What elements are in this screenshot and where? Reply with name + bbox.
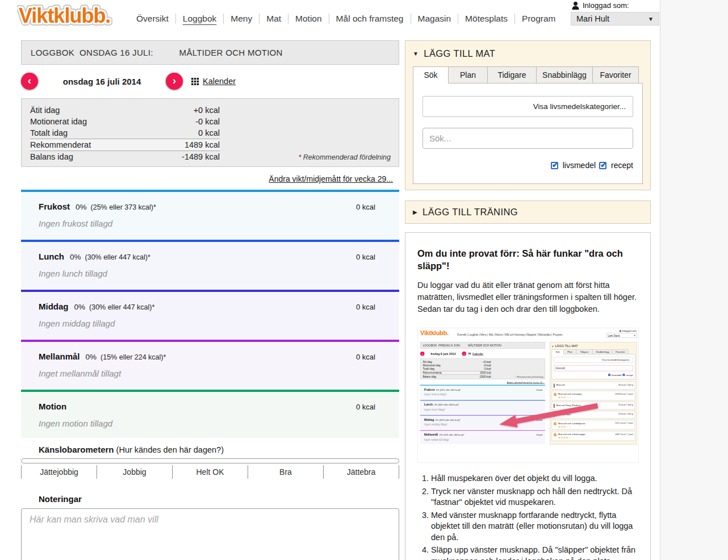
add-food-header[interactable]: ▼ LÄGG TILL MAT: [413, 48, 643, 59]
stat-value: -1489 kcal: [182, 151, 220, 162]
stat-label: Ätit idag: [30, 105, 60, 116]
meal-card-middag[interactable]: Middag 0% (30% eller 447 kcal)* 0 kcal I…: [21, 290, 399, 338]
show-categories-button[interactable]: Visa livsmedelskategorier...: [422, 96, 633, 117]
tab-sok[interactable]: Sök: [413, 66, 449, 83]
mini-calendar-grid-icon: [468, 353, 471, 355]
mini-result-item: Broccoli35 kcal / 100 g: [552, 382, 635, 390]
calendar-link-label: Kalender: [203, 77, 236, 86]
tab-snabbinlagg[interactable]: Snabbinlägg: [536, 66, 593, 83]
recept-checkbox-label: recept: [611, 161, 633, 170]
logbook-column: LOGGBOK ONSDAG 16 JULI: MÅLTIDER OCH MOT…: [21, 40, 399, 560]
stat-row-exercised: Motionerat idag -0 kcal: [30, 116, 220, 127]
nav-motesplats[interactable]: Mötesplats: [458, 14, 514, 24]
page-right-gutter: [660, 0, 728, 560]
nav-magasin[interactable]: Magasin: [411, 14, 458, 24]
mood-scale: Jättejobbig Jobbig Helt OK Bra Jättebra: [21, 465, 399, 479]
recept-checkbox[interactable]: [599, 162, 606, 169]
add-training-header[interactable]: ▶ LÄGG TILL TRÄNING: [413, 207, 518, 218]
mini-next-icon: ›: [462, 352, 467, 356]
mini-search-input: broccoli: [554, 365, 633, 371]
mini-stats-box: Ätit idag+0 kcal Motionerat idag-0 kcal …: [420, 358, 545, 379]
mood-slider[interactable]: [21, 458, 399, 463]
add-food-tabs: Sök Plan Tidigare Snabbinlägg Favoriter: [413, 66, 643, 83]
recommended-distribution-footnote: * Rekommenderad fördelning: [298, 153, 391, 161]
main-nav: Översikt Loggbok Meny Mat Motion Mål och…: [129, 14, 562, 24]
meal-name: Frukost: [39, 202, 70, 211]
tab-favoriter[interactable]: Favoriter: [592, 66, 639, 83]
chevron-right-icon: ›: [173, 74, 176, 87]
meal-card-mellanmal[interactable]: Mellanmål 0% (15% eller 224 kcal)* 0 kca…: [21, 340, 399, 388]
mini-change-link: Ändra vikt/midjemått för vecka 23...: [420, 381, 545, 384]
meal-card-motion[interactable]: Motion 0 kcal Ingen motion tillagd: [21, 390, 399, 438]
nav-mat[interactable]: Mat: [259, 14, 288, 24]
mini-checkbox-icon: [608, 374, 610, 376]
notes-title: Noteringar: [21, 494, 399, 504]
help-step-2: Tryck ner vänster musknapp och håll den …: [431, 486, 638, 508]
help-panel: Om du inte provat förr: Så här funkar "d…: [405, 232, 651, 560]
mini-bar-subtitle: MÅLTIDER OCH MOTION: [468, 344, 501, 347]
prev-day-button[interactable]: ‹: [21, 73, 38, 90]
mood-label-2: Jobbig: [97, 465, 172, 479]
user-dropdown[interactable]: Mari Hult ▼: [571, 12, 659, 26]
add-food-panel: ▼ LÄGG TILL MAT Sök Plan Tidigare Snabbi…: [405, 40, 651, 190]
mini-user-icon: [619, 330, 621, 332]
tab-plan[interactable]: Plan: [448, 66, 488, 83]
meal-detail: (30% eller 447 kcal)*: [89, 303, 154, 311]
nav-motion[interactable]: Motion: [288, 14, 329, 24]
mini-bar-title: LOGGBOK FREDAG 6 JUNI:: [423, 344, 461, 347]
meal-name: Lunch: [39, 252, 64, 261]
help-screenshot: Viktklubb. Översikt | Loggbok | Meny | M…: [417, 328, 639, 463]
calendar-grid-icon: [191, 78, 199, 85]
mini-footnote: * Rekommenderad fördelning: [516, 375, 543, 378]
mini-drag-handle-icon: [554, 384, 555, 388]
add-food-title: LÄGG TILL MAT: [424, 48, 495, 59]
mini-result-item: Broccoli och ostsoppa418.8 kcal / 1 port…: [552, 391, 635, 400]
meal-card-lunch[interactable]: Lunch 0% (30% eller 447 kcal)* 0 kcal In…: [21, 240, 399, 288]
mini-calendar-link: Kalender: [472, 352, 483, 356]
mini-login-text: Inloggad som:: [622, 329, 637, 332]
nav-oversikt[interactable]: Översikt: [129, 14, 175, 24]
mood-label-1: Jättejobbig: [21, 465, 97, 479]
meal-kcal: 0 kcal: [356, 253, 375, 261]
user-name: Mari Hult: [576, 14, 609, 23]
date-navigation: ‹ onsdag 16 juli 2014 › Kalender: [21, 72, 399, 90]
notes-textarea[interactable]: [21, 508, 399, 560]
stat-row-eaten: Ätit idag +0 kcal: [30, 105, 220, 116]
mini-panel-title: LÄGG TILL MAT: [555, 344, 578, 348]
meal-kcal: 0 kcal: [356, 303, 375, 311]
meal-kcal: 0 kcal: [356, 353, 375, 361]
help-heading: Om du inte provat förr: Så här funkar "d…: [417, 247, 638, 272]
stat-label: Motionerat idag: [30, 116, 87, 127]
help-steps: Håll muspekaren över det objekt du vill …: [417, 473, 638, 560]
login-area: Inloggad som: Mari Hult ▼: [571, 1, 659, 26]
next-day-button[interactable]: ›: [166, 73, 183, 90]
help-intro: Du loggar vad du ätit eller tränat genom…: [417, 279, 638, 315]
mini-checkbox-icon: [623, 374, 625, 376]
stat-label: Rekommenderat: [30, 139, 91, 151]
site-logo[interactable]: Viktklubb. Viktklubb. Viktklubb.: [17, 1, 128, 33]
meal-percent: 0%: [76, 203, 87, 211]
nav-mal-och-framsteg[interactable]: Mål och framsteg: [329, 14, 411, 24]
daily-stats-box: Ätit idag +0 kcal Motionerat idag -0 kca…: [21, 98, 399, 167]
stat-label: Totalt idag: [30, 127, 68, 139]
chevron-down-icon: ▼: [648, 16, 654, 22]
food-search-input[interactable]: [422, 128, 633, 149]
nav-meny[interactable]: Meny: [223, 14, 259, 24]
stat-value: 0 kcal: [198, 127, 220, 139]
calendar-link[interactable]: Kalender: [191, 77, 236, 86]
livsmedel-checkbox[interactable]: [551, 162, 558, 169]
drag-drop-arrow-icon: [493, 400, 604, 432]
stat-row-recommended: Rekommenderat 1489 kcal: [30, 139, 220, 151]
nav-loggbok[interactable]: Loggbok: [175, 14, 223, 24]
mini-result-item: Broccoli och vitkålssoppa408.7 kcal / 1 …: [552, 431, 635, 441]
nav-program[interactable]: Program: [514, 14, 562, 24]
logbook-header-bar: LOGGBOK ONSDAG 16 JULI: MÅLTIDER OCH MOT…: [21, 40, 399, 65]
meal-kcal: 0 kcal: [356, 203, 375, 211]
mini-user-name: Lark Davis: [608, 334, 620, 337]
meal-empty-text: Ingen frukost tillagd: [39, 219, 375, 228]
tab-tidigare[interactable]: Tidigare: [487, 66, 537, 83]
meal-card-frukost[interactable]: Frukost 0% (25% eller 373 kcal)* 0 kcal …: [21, 190, 399, 238]
add-training-title: LÄGG TILL TRÄNING: [422, 207, 518, 218]
meal-empty-text: Ingen motion tillagd: [39, 419, 375, 428]
change-weight-link[interactable]: Ändra vikt/midjemått för vecka 29...: [269, 174, 393, 183]
